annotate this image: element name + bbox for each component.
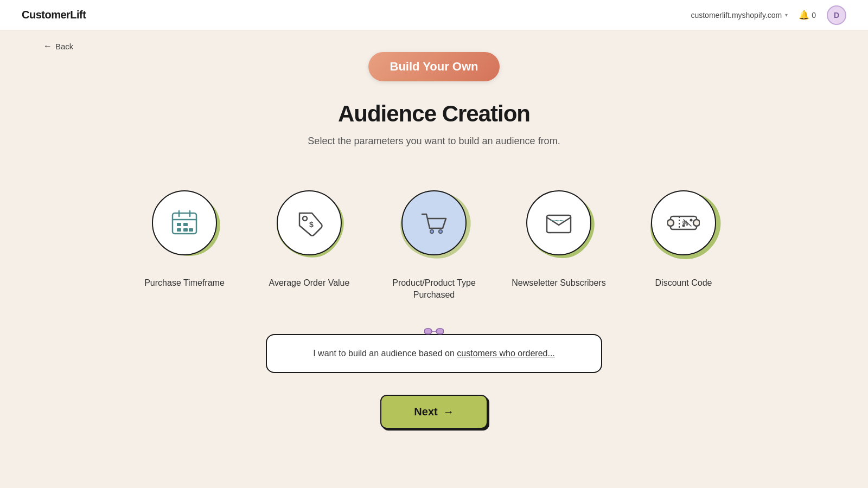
next-arrow-icon: → [443,406,454,418]
sentence-icon [424,326,444,338]
svg-rect-5 [183,223,188,226]
back-arrow-icon: ← [43,41,52,51]
email-icon [542,207,575,239]
cart-icon [418,207,450,239]
svg-rect-24 [424,329,432,334]
next-button[interactable]: Next → [380,395,487,429]
card-discount-code[interactable]: % Discount Code [629,179,738,289]
card-newsletter[interactable]: Newseletter Subscribers [505,179,613,289]
svg-rect-25 [436,329,444,334]
link-icon [424,326,444,336]
next-label: Next [414,406,437,418]
icon-circle-5: % [651,190,716,255]
bell-icon: 🔔 [799,10,809,20]
card-label-2: Average Order Value [269,277,350,289]
card-label-4: Newseletter Subscribers [512,277,605,289]
coupon-icon: % [667,207,700,239]
svg-point-22 [690,219,693,222]
header: CustomerLift customerlift.myshopify.com … [0,0,868,30]
page-wrapper: CustomerLift customerlift.myshopify.com … [0,0,868,461]
icon-circle-2: $ [277,190,342,255]
svg-rect-7 [183,228,188,232]
store-name: customerlift.myshopify.com [691,11,782,20]
build-your-own-button[interactable]: Build Your Own [368,52,500,81]
card-label-5: Discount Code [655,277,712,289]
card-icon-wrapper-2: $ [266,179,353,266]
svg-point-14 [439,230,442,233]
svg-point-9 [303,216,307,221]
page-subtitle: Select the parameters you want to build … [308,136,560,147]
calendar-icon [168,207,201,239]
avatar-letter: D [834,11,839,20]
chevron-down-icon: ▾ [785,12,788,18]
card-purchase-timeframe[interactable]: Purchase Timeframe [130,179,239,289]
icon-circle-1 [152,190,217,255]
svg-rect-4 [177,223,181,226]
card-label-3: Product/Product Type Purchased [380,277,488,301]
svg-rect-15 [547,215,571,233]
card-average-order-value[interactable]: $ Average Order Value [255,179,363,289]
sentence-link[interactable]: customers who ordered... [457,349,555,358]
card-product-type[interactable]: Product/Product Type Purchased [380,179,488,301]
logo: CustomerLift [22,9,86,21]
svg-rect-8 [189,228,193,232]
card-icon-wrapper-1 [141,179,228,266]
svg-point-18 [693,220,700,226]
header-right: customerlift.myshopify.com ▾ 🔔 0 D [691,5,846,25]
card-icon-wrapper-5: % [640,179,727,266]
tag-icon: $ [293,207,326,239]
svg-rect-6 [177,228,181,232]
back-label: Back [55,42,73,51]
card-icon-wrapper-4 [515,179,602,266]
sentence-box: I want to build an audience based on cus… [266,334,602,373]
store-selector[interactable]: customerlift.myshopify.com ▾ [691,11,788,20]
cards-row: Purchase Timeframe $ [130,179,738,301]
notification-area[interactable]: 🔔 0 [799,10,816,20]
sentence-container: I want to build an audience based on cus… [266,334,602,373]
card-icon-wrapper-3 [391,179,477,266]
page-title: Audience Creation [338,101,530,127]
icon-circle-4 [526,190,591,255]
sentence-prefix: I want to build an audience based on [313,349,455,358]
main-content: Build Your Own Audience Creation Select … [0,30,868,461]
avatar[interactable]: D [827,5,846,25]
svg-text:$: $ [309,220,314,229]
build-badge-label: Build Your Own [390,60,478,73]
back-button[interactable]: ← Back [43,41,73,51]
svg-point-23 [682,224,685,227]
notification-count: 0 [812,11,816,20]
svg-point-17 [667,220,674,226]
card-label-1: Purchase Timeframe [144,277,225,289]
icon-circle-3 [401,190,467,255]
svg-point-13 [430,230,433,233]
